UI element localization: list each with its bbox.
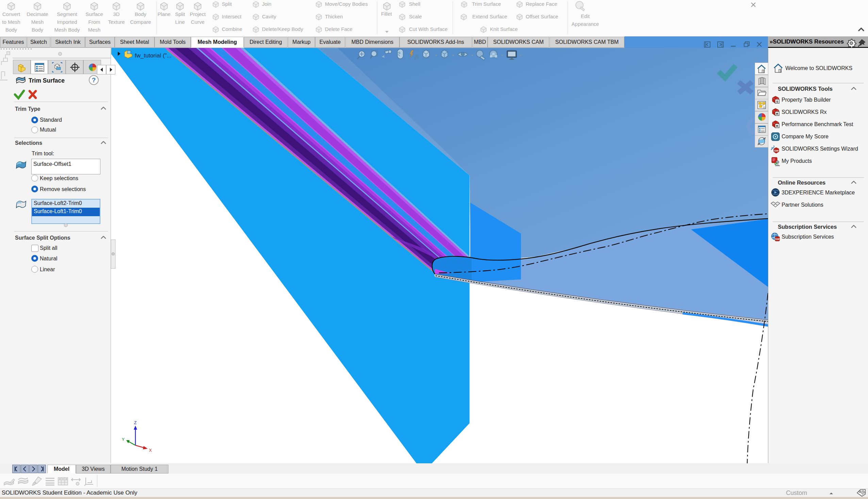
svg-text:SW: SW	[775, 238, 780, 241]
svg-text:Y: Y	[122, 437, 124, 442]
svg-text:R: R	[776, 112, 778, 115]
svg-text:SW: SW	[774, 149, 778, 152]
svg-text:R: R	[776, 124, 778, 128]
svg-text:S: S	[776, 100, 778, 104]
svg-text:fw_tutorial ("...: fw_tutorial ("...	[135, 52, 171, 59]
svg-text:A: A	[414, 54, 419, 61]
svg-text:?: ?	[92, 76, 96, 84]
svg-text:X: X	[149, 448, 152, 453]
svg-text:Z: Z	[134, 421, 136, 425]
